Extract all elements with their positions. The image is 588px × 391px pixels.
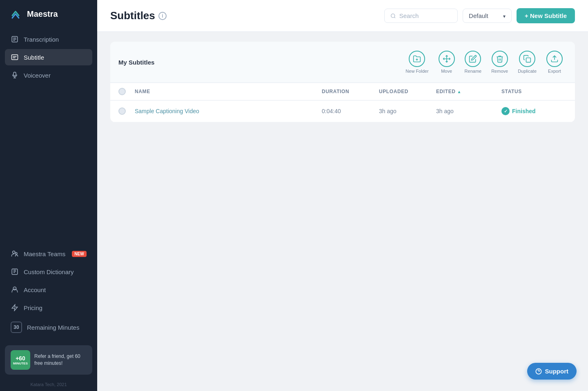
svg-marker-18: [12, 305, 18, 311]
content-area: My Subtitles New Folder: [97, 32, 588, 391]
rename-button[interactable]: Rename: [461, 48, 486, 76]
col-duration: DURATION: [322, 88, 379, 95]
remove-button[interactable]: Remove: [487, 48, 512, 76]
sidebar-footer: Katara Tech, 2021: [0, 378, 97, 391]
remaining-minutes-label: Remaining Minutes: [27, 324, 79, 331]
col-uploaded: UPLOADED: [379, 88, 436, 95]
page-title: Subtitles: [110, 9, 155, 22]
svg-rect-25: [526, 58, 531, 63]
new-subtitle-button[interactable]: + New Subtitle: [517, 8, 575, 23]
remaining-minutes-count: 30: [11, 322, 22, 333]
book-icon: [11, 268, 19, 276]
sidebar-item-pricing[interactable]: Pricing: [5, 299, 92, 316]
voiceover-icon: [11, 71, 19, 79]
row-status: ✓ Finished: [501, 107, 567, 115]
support-label: Support: [545, 368, 569, 375]
sidebar-item-custom-dictionary[interactable]: Custom Dictionary: [5, 264, 92, 280]
remaining-minutes-row: 30 Remaining Minutes: [5, 317, 92, 337]
referral-text: Refer a friend, get 60 free minutes!: [34, 353, 87, 367]
export-icon: [546, 51, 563, 67]
move-icon: [439, 51, 455, 67]
col-status: STATUS: [501, 88, 567, 95]
referral-card[interactable]: +60 MINUTES Refer a friend, get 60 free …: [5, 345, 92, 375]
page-title-wrap: Subtitles i: [110, 9, 167, 22]
team-icon: [11, 250, 19, 258]
folder-plus-icon: [409, 51, 425, 67]
logo-icon: [8, 7, 23, 21]
sidebar-item-custom-dictionary-label: Custom Dictionary: [24, 268, 74, 275]
search-input[interactable]: [399, 12, 452, 19]
search-box[interactable]: [384, 9, 458, 23]
question-icon: [535, 368, 542, 375]
check-circle-icon: ✓: [501, 107, 510, 115]
export-label: Export: [548, 69, 561, 74]
pricing-icon: [11, 304, 19, 312]
new-badge: NEW: [72, 251, 86, 257]
col-name: NAME: [135, 88, 322, 95]
subtitle-icon: [11, 53, 19, 61]
chevron-down-icon: [503, 12, 506, 19]
row-uploaded: 3h ago: [379, 108, 436, 114]
new-folder-label: New Folder: [405, 69, 428, 74]
sidebar-item-voiceover-label: Voiceover: [24, 72, 51, 79]
info-icon[interactable]: i: [158, 12, 167, 20]
status-label: Finished: [512, 108, 536, 114]
rename-label: Rename: [465, 69, 482, 74]
new-subtitle-label: + New Subtitle: [525, 12, 567, 19]
row-checkbox-wrap: [118, 107, 135, 115]
duplicate-label: Duplicate: [518, 69, 537, 74]
referral-icon: +60 MINUTES: [11, 350, 30, 370]
move-label: Move: [441, 69, 452, 74]
table-row[interactable]: Sample Captioning Video 0:04:40 3h ago 3…: [110, 101, 575, 122]
remove-label: Remove: [491, 69, 508, 74]
header-actions: Default + New Subtitle: [384, 8, 575, 23]
col-edited[interactable]: EDITED ▲: [436, 88, 501, 95]
sidebar-item-subtitle-label: Subtitle: [24, 54, 44, 61]
row-name: Sample Captioning Video: [135, 108, 322, 114]
panel-title: My Subtitles: [118, 59, 154, 66]
account-icon: [11, 286, 19, 294]
row-edited: 3h ago: [436, 108, 501, 114]
svg-point-19: [391, 13, 395, 17]
main-content: Subtitles i Default + New Subtitle My: [97, 0, 588, 391]
app-name: Maestra: [27, 9, 58, 19]
table-header: NAME DURATION UPLOADED EDITED ▲ STATUS: [110, 83, 575, 101]
row-duration: 0:04:40: [322, 108, 379, 114]
sidebar-item-pricing-label: Pricing: [24, 304, 42, 311]
sidebar-item-teams[interactable]: Maestra Teams NEW: [5, 246, 92, 262]
new-folder-button[interactable]: New Folder: [401, 48, 432, 76]
panel-toolbar: My Subtitles New Folder: [110, 42, 575, 83]
subtitles-panel: My Subtitles New Folder: [110, 42, 575, 122]
sidebar-bottom: Maestra Teams NEW Custom Dictionary Acco…: [0, 241, 97, 342]
sidebar-item-account[interactable]: Account: [5, 282, 92, 298]
export-button[interactable]: Export: [542, 48, 567, 76]
sidebar-item-transcription[interactable]: Transcription: [5, 31, 92, 47]
support-button[interactable]: Support: [527, 363, 577, 380]
svg-line-20: [394, 17, 395, 18]
sidebar-item-account-label: Account: [24, 286, 46, 293]
sidebar-item-teams-label: Maestra Teams: [24, 250, 65, 257]
svg-rect-5: [12, 55, 18, 60]
sidebar-item-transcription-label: Transcription: [24, 36, 59, 43]
duplicate-button[interactable]: Duplicate: [514, 48, 541, 76]
sidebar-item-voiceover[interactable]: Voiceover: [5, 67, 92, 83]
move-button[interactable]: Move: [434, 48, 459, 76]
duplicate-icon: [519, 51, 535, 67]
sort-dropdown-label: Default: [469, 12, 488, 19]
col-checkbox: [118, 88, 135, 95]
row-checkbox[interactable]: [118, 107, 126, 115]
svg-rect-8: [13, 72, 16, 76]
search-icon: [390, 13, 396, 19]
page-header: Subtitles i Default + New Subtitle: [97, 0, 588, 32]
select-all-checkbox[interactable]: [118, 88, 126, 95]
sidebar-item-subtitle[interactable]: Subtitle: [5, 49, 92, 65]
sidebar: Maestra Transcription Subtitle: [0, 0, 97, 391]
trash-icon: [492, 51, 508, 67]
svg-point-11: [13, 251, 15, 253]
logo[interactable]: Maestra: [0, 0, 97, 28]
sort-asc-icon: ▲: [457, 89, 462, 94]
toolbar-actions: New Folder Move: [401, 48, 567, 76]
sort-dropdown[interactable]: Default: [463, 9, 512, 23]
svg-point-12: [16, 252, 18, 255]
edit-icon: [465, 51, 481, 67]
